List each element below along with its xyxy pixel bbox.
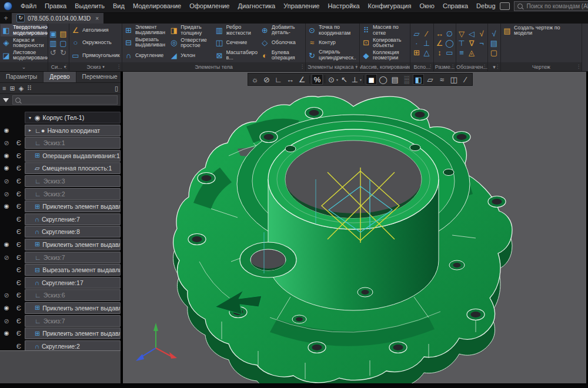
search-input[interactable] xyxy=(526,2,588,10)
document-tab[interactable]: ↻ 078.505.0.0104.00.M3D × xyxy=(12,13,103,24)
ribbon-button-circle[interactable]: ○Окружность xyxy=(70,36,121,49)
ribbon-button-dim-angular[interactable]: ∠ xyxy=(435,39,444,48)
ribbon-button-aux-control[interactable]: △ xyxy=(422,48,431,57)
vp-tool-zoom[interactable]: ⊙▾ xyxy=(327,74,338,85)
tree-search[interactable] xyxy=(12,95,118,105)
ribbon-button-sheet-metal[interactable]: ◪Листовое моделирование xyxy=(1,49,47,62)
tree-item[interactable]: ∟Эскиз:7 xyxy=(25,315,121,327)
expander-icon[interactable]: ▸ xyxy=(28,128,32,133)
ribbon-button-dim-vertical[interactable]: ↕ xyxy=(435,48,444,57)
tree-structure-icon[interactable]: ≡ xyxy=(2,85,6,92)
ribbon-button-rectangle[interactable]: ▭Прямоугольник xyxy=(70,49,121,62)
tree-item[interactable]: ∟Эскиз:1 xyxy=(25,137,121,149)
ribbon-button-boolean[interactable]: ◐Булева операция xyxy=(259,49,305,62)
ribbon-button-dim-linear[interactable]: ▭ xyxy=(445,48,454,57)
orientation-triad[interactable] xyxy=(136,323,177,361)
eye-hidden-icon[interactable]: ⊘ xyxy=(0,175,13,187)
group-handle-icon[interactable]: ⋮ xyxy=(116,65,121,69)
ribbon-button-note-leader[interactable]: ◁ xyxy=(467,29,476,38)
ribbon-button-check-model[interactable]: √ xyxy=(490,29,499,38)
menu-item-11[interactable]: Справка xyxy=(439,0,472,12)
tree-item[interactable]: ▱Смещенная плоскость:1 xyxy=(25,162,121,174)
tree-item[interactable]: ∟Эскиз:2 xyxy=(25,188,121,200)
screen-mode-icon[interactable] xyxy=(500,2,510,10)
chevron-down-icon[interactable]: ▾ xyxy=(102,65,105,69)
group-handle-icon[interactable]: ⋮ xyxy=(495,65,500,69)
menu-item-6[interactable]: Диагностика xyxy=(233,0,279,12)
tree-item[interactable]: ▾◉Корпус (Тел-1) xyxy=(25,112,121,123)
ribbon-button-note-datum[interactable]: ▽ xyxy=(457,29,466,38)
ribbon-button-report[interactable]: ▢ xyxy=(490,48,499,57)
tab-variables[interactable]: Переменные xyxy=(76,72,124,82)
tab-parameters[interactable]: Параметры xyxy=(0,72,44,82)
ribbon-button-save[interactable]: ▣ xyxy=(49,29,58,38)
ribbon-button-aux-axis[interactable]: ∕ xyxy=(422,29,431,38)
tree-item[interactable]: ⊞Операция выдавливания:1 xyxy=(25,150,121,162)
ribbon-button-redo[interactable]: ↻ xyxy=(59,48,68,57)
ribbon-button-surface-modeling[interactable]: ◈Каркас и поверхности xyxy=(1,36,47,49)
menu-item-0[interactable]: Файл xyxy=(16,0,41,12)
expander-icon[interactable]: ▾ xyxy=(28,115,32,121)
group-handle-icon[interactable]: ⋮ xyxy=(482,65,487,69)
vp-tool-settings-gear[interactable]: ☼ xyxy=(249,74,260,85)
tree-item[interactable]: ∩Скругление:17 xyxy=(25,277,121,289)
tree-item[interactable]: ∩Скругление:8 xyxy=(25,226,121,238)
tree-item[interactable]: ⊟Вырезать элемент выдавливания: xyxy=(25,264,121,276)
ribbon-button-cut-extrude[interactable]: ⊟Вырезать выдавливанием xyxy=(123,36,168,49)
ribbon-button-extrude[interactable]: ⊞Элемент выдавливания xyxy=(123,24,168,36)
ribbon-button-fillet[interactable]: ∩Скругление xyxy=(123,49,168,62)
vp-tool-axes-view[interactable]: ⊥▾ xyxy=(350,74,362,85)
ribbon-button-hole[interactable]: ◎Отверстие простое xyxy=(168,36,213,49)
group-handle-icon[interactable]: ⋮ xyxy=(64,65,68,69)
ribbon-button-new-doc[interactable]: ▢ xyxy=(59,39,68,48)
ribbon-button-draft[interactable]: ◢Уклон xyxy=(168,49,213,62)
vp-tool-orientation[interactable]: ↖ xyxy=(339,74,350,85)
tree-composition-icon[interactable]: ⊞ xyxy=(9,85,15,92)
housing-part[interactable] xyxy=(173,96,512,383)
vp-tool-selection-filter[interactable]: ░ xyxy=(401,74,412,85)
ribbon-button-save-as[interactable]: ▤ xyxy=(59,29,68,38)
tree-item[interactable]: ⊞Приклеить элемент выдавливания: xyxy=(25,239,121,250)
ribbon-button-note-section[interactable]: ¬ xyxy=(477,39,486,48)
menu-item-2[interactable]: Выделить xyxy=(71,0,109,12)
ribbon-button-dim-radial[interactable]: ◯ xyxy=(445,39,454,48)
group-handle-icon[interactable]: ⋮ xyxy=(405,65,409,69)
menu-item-1[interactable]: Правка xyxy=(41,0,71,12)
tree-item[interactable]: ⊞Приклеить элемент выдавливания: xyxy=(25,302,121,314)
ribbon-button-shell[interactable]: ◇Оболочка xyxy=(259,36,305,49)
ribbon-button-thicken[interactable]: ◨Придать толщину xyxy=(168,24,213,36)
model-3d[interactable] xyxy=(123,72,586,383)
eye-visible-icon[interactable]: ◉ xyxy=(0,200,13,212)
tree-item[interactable]: ⊞Приклеить элемент выдавливания: xyxy=(25,200,121,212)
group-handle-icon[interactable]: ⋮ xyxy=(354,65,359,69)
ribbon-button-spiral[interactable]: ↻Спираль цилиндрическ... xyxy=(306,49,359,62)
ribbon-button-geometry-collection[interactable]: ◆Коллекция геометрии xyxy=(360,49,409,62)
ribbon-button-create-drawing[interactable]: ▤Создать чертеж по модели xyxy=(502,24,581,37)
vp-tool-sketch-plane[interactable]: ∟ xyxy=(273,74,284,85)
vp-tool-hide-objects[interactable]: ⊘ xyxy=(261,74,272,85)
vp-tool-shaded-view[interactable]: ◼ xyxy=(366,74,377,85)
eye-visible-icon[interactable]: ◉ xyxy=(0,302,13,314)
menu-item-9[interactable]: Конфигурация xyxy=(364,0,416,12)
eye-visible-icon[interactable]: ◉ xyxy=(0,125,13,136)
menu-item-8[interactable]: Настройка xyxy=(323,0,363,12)
menu-item-4[interactable]: Моделирование xyxy=(129,0,185,12)
vp-tool-display-mode[interactable]: ◧ xyxy=(413,74,424,85)
group-handle-icon[interactable]: ⋮ xyxy=(576,65,581,69)
ribbon-button-add-part[interactable]: ⊕Добавить деталь-заготов... xyxy=(259,24,305,36)
ribbon-button-section[interactable]: ◫Сечение xyxy=(214,36,259,49)
delete-icon[interactable]: ▯ xyxy=(115,85,118,92)
eye-visible-icon[interactable]: ◉ xyxy=(0,162,13,174)
menu-item-3[interactable]: Вид xyxy=(109,0,129,12)
vp-tool-sketch-mode[interactable]: ∠ xyxy=(296,74,308,85)
vp-tool-wireframe-view[interactable]: ◯ xyxy=(377,74,389,85)
tree-item[interactable]: ⊞Приклеить элемент выдавливания: xyxy=(25,327,121,339)
ribbon-button-open[interactable]: ▥ xyxy=(49,39,58,48)
eye-visible-icon[interactable]: ◉ xyxy=(0,239,13,250)
ribbon-button-autoline[interactable]: ∠Автолиния xyxy=(70,24,121,36)
ribbon-button-point-coords[interactable]: ⊙Точка по координатам xyxy=(306,24,359,36)
tab-tree[interactable]: Дерево xyxy=(44,72,76,82)
viewport-3d[interactable]: ☼⊘∟↔∠%⊙▾↖⊥▾◼◯▤░◧▱≈◫∕ xyxy=(123,72,586,383)
vp-tool-curvature-display[interactable]: ≈ xyxy=(436,74,447,85)
tree-item[interactable]: ∟Эскиз:6 xyxy=(25,289,121,301)
